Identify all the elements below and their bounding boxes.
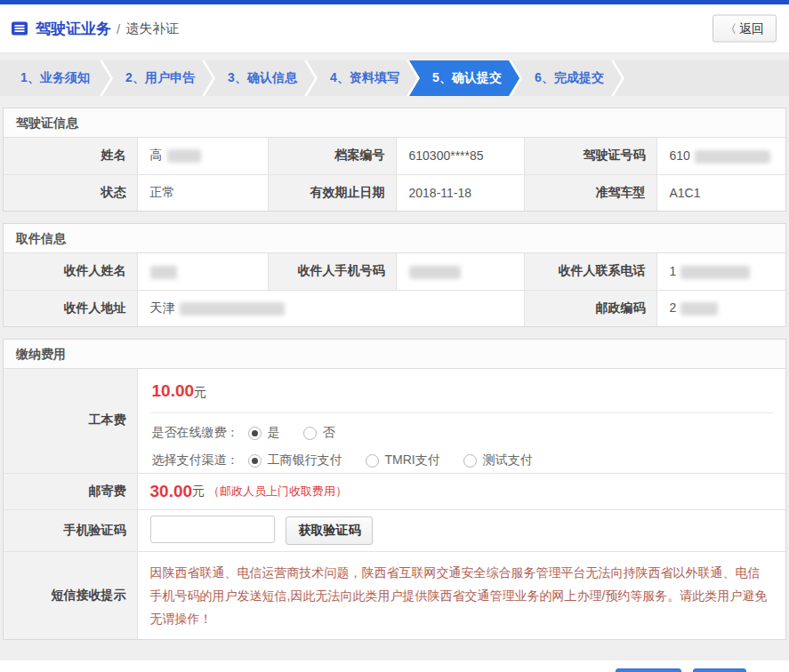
license-info-section: 驾驶证信息 姓名 高 档案编号 610300****85 驾驶证号码 610 状… xyxy=(3,108,786,212)
sms-notice-cell: 因陕西省联通、电信运营商技术问题，陕西省互联网交通安全综合服务管理平台无法向持陕… xyxy=(137,551,785,639)
radio-option-icbc-pay[interactable]: 工商银行支付 xyxy=(248,452,342,468)
back-button-label: 返回 xyxy=(739,20,764,36)
radio-icon xyxy=(248,427,262,440)
field-label: 短信接收提示 xyxy=(4,551,137,639)
radio-icon xyxy=(366,454,379,468)
finish-button[interactable]: 完成 xyxy=(693,668,746,672)
step-item-6: 6、完成提交 xyxy=(511,60,622,96)
field-label: 收件人姓名 xyxy=(4,253,137,290)
table-row: 工本费 10.00元 是否在线缴费： 是 否 xyxy=(4,369,785,473)
field-label: 收件人手机号码 xyxy=(268,253,396,290)
page-header: 驾驶证业务 / 遗失补证 〈 返回 xyxy=(0,4,789,53)
mail-fee-cell: 30.00元（邮政人员上门收取费用） xyxy=(137,473,785,509)
field-label: 工本费 xyxy=(4,369,137,473)
field-value: 高 xyxy=(137,138,268,174)
redacted-value xyxy=(680,266,750,279)
field-label: 收件人联系电话 xyxy=(524,253,656,290)
breadcrumb-current: 遗失补证 xyxy=(125,20,179,37)
section-title: 取件信息 xyxy=(4,224,785,253)
breadcrumb-separator: / xyxy=(117,21,120,36)
field-value xyxy=(137,253,268,290)
section-title: 缴纳费用 xyxy=(4,340,785,369)
pickup-info-section: 取件信息 收件人姓名 收件人手机号码 收件人联系电话 1 收件人地址 天津 邮政… xyxy=(3,223,786,327)
sms-code-input[interactable] xyxy=(150,516,275,543)
redacted-value xyxy=(680,302,718,316)
field-value: 2018-11-18 xyxy=(396,174,524,211)
redacted-value xyxy=(409,266,461,279)
chevron-left-icon: 〈 xyxy=(725,20,737,36)
field-value: 610300****85 xyxy=(396,138,524,174)
field-label: 收件人地址 xyxy=(4,290,137,326)
fees-section: 缴纳费用 工本费 10.00元 是否在线缴费： 是 否 xyxy=(3,339,786,640)
footer-action-bar: 上一步 完成 xyxy=(0,660,789,672)
redacted-value xyxy=(150,266,177,279)
pickup-info-table: 收件人姓名 收件人手机号码 收件人联系电话 1 收件人地址 天津 邮政编码 2 xyxy=(4,253,785,326)
field-value xyxy=(396,253,524,290)
payment-channel-choice: 选择支付渠道： 工商银行支付 TMRI支付 测试支付 xyxy=(152,452,786,468)
production-fee-amount: 10.00元 xyxy=(152,381,786,401)
field-value: 1 xyxy=(656,253,785,290)
radio-icon xyxy=(248,454,262,468)
license-info-table: 姓名 高 档案编号 610300****85 驾驶证号码 610 状态 正常 有… xyxy=(4,138,785,211)
online-payment-choice: 是否在线缴费： 是 否 xyxy=(152,425,786,441)
field-label: 状态 xyxy=(4,174,137,211)
divider xyxy=(150,412,774,413)
radio-option-no[interactable]: 否 xyxy=(303,425,335,441)
field-label: 邮政编码 xyxy=(524,290,656,326)
field-value: 2 xyxy=(656,290,785,326)
step-navigation: 1、业务须知 2、用户申告 3、确认信息 4、资料填写 5、确认提交 6、完成提… xyxy=(0,60,789,96)
radio-group-label: 选择支付渠道： xyxy=(152,452,239,468)
table-row: 邮寄费 30.00元（邮政人员上门收取费用） xyxy=(4,473,785,509)
radio-icon xyxy=(463,454,477,468)
table-row: 手机验证码 获取验证码 xyxy=(4,509,785,551)
step-item-3: 3、确认信息 xyxy=(205,60,315,96)
get-sms-code-button[interactable]: 获取验证码 xyxy=(286,516,373,545)
page-title: 驾驶证业务 xyxy=(36,19,111,39)
radio-option-yes[interactable]: 是 xyxy=(248,425,280,441)
radio-option-tmri-pay[interactable]: TMRI支付 xyxy=(366,452,440,468)
redacted-value xyxy=(180,302,285,316)
step-item-4: 4、资料填写 xyxy=(307,60,417,96)
list-icon xyxy=(11,20,28,37)
redacted-value xyxy=(167,149,201,163)
field-label: 有效期止日期 xyxy=(268,174,396,211)
field-label: 邮寄费 xyxy=(4,473,137,509)
sms-code-cell: 获取验证码 xyxy=(137,509,785,551)
step-bar-filler xyxy=(614,60,789,96)
fees-table: 工本费 10.00元 是否在线缴费： 是 否 xyxy=(4,369,785,639)
table-row: 状态 正常 有效期止日期 2018-11-18 准驾车型 A1C1 xyxy=(4,174,785,211)
production-fee-cell: 10.00元 是否在线缴费： 是 否 选择支付渠道： xyxy=(137,369,785,473)
step-item-1: 1、业务须知 xyxy=(0,60,110,96)
section-title: 驾驶证信息 xyxy=(4,108,785,138)
field-label: 手机验证码 xyxy=(4,509,137,551)
radio-icon xyxy=(303,427,317,440)
previous-step-button[interactable]: 上一步 xyxy=(616,668,681,672)
field-value: 正常 xyxy=(137,174,268,211)
table-row: 收件人姓名 收件人手机号码 收件人联系电话 1 xyxy=(4,253,785,290)
radio-option-test-pay[interactable]: 测试支付 xyxy=(463,452,533,468)
field-label: 档案编号 xyxy=(268,138,396,174)
table-row: 收件人地址 天津 邮政编码 2 xyxy=(4,290,785,326)
redacted-value xyxy=(695,150,770,164)
radio-group-label: 是否在线缴费： xyxy=(152,425,239,441)
field-value: 610 xyxy=(656,138,785,174)
field-value: 天津 xyxy=(137,290,524,326)
table-row: 短信接收提示 因陕西省联通、电信运营商技术问题，陕西省互联网交通安全综合服务管理… xyxy=(4,551,785,639)
table-row: 姓名 高 档案编号 610300****85 驾驶证号码 610 xyxy=(4,138,785,174)
field-label: 驾驶证号码 xyxy=(524,138,656,174)
field-label: 准驾车型 xyxy=(524,174,656,211)
sms-notice-text: 因陕西省联通、电信运营商技术问题，陕西省互联网交通安全综合服务管理平台无法向持陕… xyxy=(150,561,773,630)
step-item-2: 2、用户申告 xyxy=(102,60,213,96)
field-value: A1C1 xyxy=(656,174,785,211)
back-button[interactable]: 〈 返回 xyxy=(713,15,777,43)
mail-fee-note: （邮政人员上门收取费用） xyxy=(208,484,347,500)
step-item-5-active: 5、确认提交 xyxy=(409,60,519,96)
field-label: 姓名 xyxy=(4,138,137,174)
